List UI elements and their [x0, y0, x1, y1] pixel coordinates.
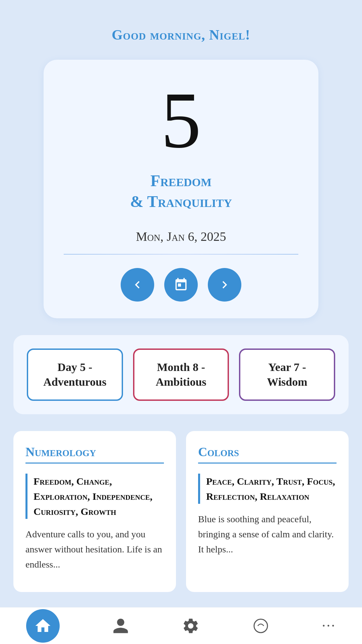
year-tag-button[interactable]: Year 7 - Wisdom	[239, 348, 335, 401]
app-nav-button[interactable]	[252, 617, 270, 635]
home-icon	[34, 617, 52, 635]
chevron-right-icon	[217, 277, 232, 292]
home-nav-button[interactable]	[26, 609, 60, 643]
person-icon	[112, 617, 130, 635]
day-tag-button[interactable]: Day 5 - Adventurous	[27, 348, 123, 401]
profile-nav-button[interactable]	[112, 617, 130, 635]
nav-buttons	[121, 268, 241, 302]
month-tag-button[interactable]: Month 8 - Ambitious	[133, 348, 229, 401]
bottom-nav: ···	[0, 607, 362, 644]
app-icon	[252, 617, 270, 635]
info-row: Numerology Freedom, Change, Exploration,…	[13, 431, 349, 592]
numerology-body: Adventure calls to you, and you answer w…	[25, 527, 164, 572]
tags-row: Day 5 - Adventurous Month 8 - Ambitious …	[13, 335, 349, 414]
colors-keywords: Peace, Clarity, Trust, Focus, Reflection…	[198, 474, 337, 504]
more-nav-button[interactable]: ···	[322, 617, 336, 634]
page: Good morning, Nigel! 5 Freedom & Tranqui…	[0, 0, 362, 644]
more-dots-icon: ···	[322, 617, 336, 634]
divider	[64, 254, 298, 255]
colors-card: Colors Peace, Clarity, Trust, Focus, Ref…	[186, 431, 349, 592]
date-label: Mon, Jan 6, 2025	[136, 229, 226, 244]
numerology-card: Numerology Freedom, Change, Exploration,…	[13, 431, 176, 592]
prev-day-button[interactable]	[121, 268, 154, 302]
chevron-left-icon	[130, 277, 145, 292]
calendar-button[interactable]	[164, 268, 198, 302]
colors-title: Colors	[198, 444, 337, 464]
colors-body: Blue is soothing and peaceful, bringing …	[198, 512, 337, 557]
settings-nav-button[interactable]	[182, 617, 200, 635]
greeting-text: Good morning, Nigel!	[112, 27, 250, 43]
theme-title: Freedom & Tranquility	[130, 170, 232, 212]
svg-point-0	[254, 619, 267, 633]
numerology-keywords: Freedom, Change, Exploration, Independen…	[25, 474, 164, 519]
numerology-number: 5	[161, 80, 201, 160]
gear-icon	[182, 617, 200, 635]
calendar-icon	[174, 277, 188, 292]
main-card: 5 Freedom & Tranquility Mon, Jan 6, 2025	[44, 60, 318, 318]
numerology-title: Numerology	[25, 444, 164, 464]
next-day-button[interactable]	[208, 268, 241, 302]
